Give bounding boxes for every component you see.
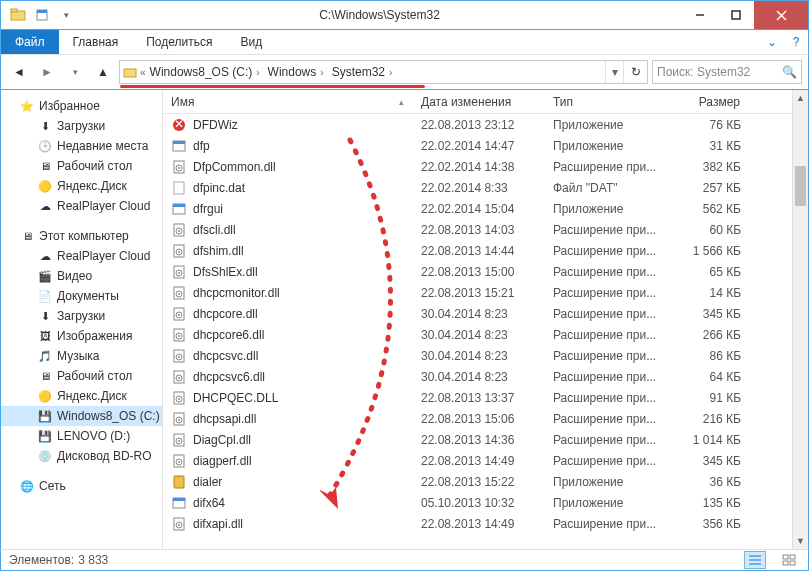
- nav-pc-item[interactable]: 💾LENOVO (D:): [1, 426, 162, 446]
- scroll-thumb[interactable]: [795, 166, 806, 206]
- scroll-track[interactable]: [793, 106, 808, 533]
- address-bar[interactable]: « Windows8_OS (C:)› Windows› System32› ▾…: [119, 60, 648, 84]
- file-row[interactable]: dfp22.02.2014 14:47Приложение31 КБ: [163, 135, 808, 156]
- content-area: ⭐Избранное ⬇Загрузки🕒Недавние места🖥Рабо…: [0, 90, 809, 549]
- file-icon: [171, 243, 187, 259]
- file-size: 91 КБ: [669, 391, 749, 405]
- nav-pc-item[interactable]: 🖥Рабочий стол: [1, 366, 162, 386]
- file-row[interactable]: dialer22.08.2013 15:22Приложение36 КБ: [163, 471, 808, 492]
- svg-rect-18: [173, 204, 185, 207]
- up-button[interactable]: ▲: [91, 60, 115, 84]
- nav-item-icon: 🎬: [37, 268, 53, 284]
- file-icon: [171, 285, 187, 301]
- file-row[interactable]: DfsShlEx.dll22.08.2013 15:00Расширение п…: [163, 261, 808, 282]
- file-name: dfshim.dll: [193, 244, 244, 258]
- vertical-scrollbar[interactable]: ▲ ▼: [792, 90, 808, 549]
- nav-favorite-item[interactable]: 🖥Рабочий стол: [1, 156, 162, 176]
- col-name[interactable]: Имя▴: [163, 95, 413, 109]
- minimize-button[interactable]: [682, 1, 718, 29]
- search-input[interactable]: Поиск: System32 🔍: [652, 60, 802, 84]
- back-button[interactable]: ◄: [7, 60, 31, 84]
- file-icon: [171, 327, 187, 343]
- nav-favorite-item[interactable]: 🕒Недавние места: [1, 136, 162, 156]
- nav-favorite-item[interactable]: ☁RealPlayer Cloud: [1, 196, 162, 216]
- file-row[interactable]: diagperf.dll22.08.2013 14:49Расширение п…: [163, 450, 808, 471]
- nav-pc-item[interactable]: ⬇Загрузки: [1, 306, 162, 326]
- file-row[interactable]: dhcpcsvc6.dll30.04.2014 8:23Расширение п…: [163, 366, 808, 387]
- refresh-button[interactable]: ↻: [623, 61, 647, 83]
- ribbon-expand-icon[interactable]: ⌄: [760, 30, 784, 54]
- file-row[interactable]: ✕DFDWiz22.08.2013 23:12Приложение76 КБ: [163, 114, 808, 135]
- breadcrumb-seg-0[interactable]: Windows8_OS (C:)›: [146, 65, 264, 79]
- nav-pc-item[interactable]: ☁RealPlayer Cloud: [1, 246, 162, 266]
- nav-pc-item[interactable]: 🎬Видео: [1, 266, 162, 286]
- file-row[interactable]: dfpinc.dat22.02.2014 8:33Файл "DAT"257 К…: [163, 177, 808, 198]
- view-large-icons-button[interactable]: [778, 551, 800, 569]
- nav-favorite-item[interactable]: 🟡Яндекс.Диск: [1, 176, 162, 196]
- nav-pc-item[interactable]: 🎵Музыка: [1, 346, 162, 366]
- maximize-button[interactable]: [718, 1, 754, 29]
- qat-dropdown-icon[interactable]: ▾: [55, 4, 77, 26]
- file-row[interactable]: difx6405.10.2013 10:32Приложение135 КБ: [163, 492, 808, 513]
- file-size: 14 КБ: [669, 286, 749, 300]
- col-size[interactable]: Размер: [669, 95, 749, 109]
- breadcrumb-seg-2[interactable]: System32›: [328, 65, 397, 79]
- file-type: Расширение при...: [545, 391, 669, 405]
- nav-this-pc[interactable]: 🖥Этот компьютер: [1, 226, 162, 246]
- scroll-down-icon[interactable]: ▼: [793, 533, 808, 549]
- col-type[interactable]: Тип: [545, 95, 669, 109]
- forward-button[interactable]: ►: [35, 60, 59, 84]
- help-icon[interactable]: ?: [784, 30, 808, 54]
- view-details-button[interactable]: [744, 551, 766, 569]
- file-date: 22.08.2013 15:22: [413, 475, 545, 489]
- file-row[interactable]: DHCPQEC.DLL22.08.2013 13:37Расширение пр…: [163, 387, 808, 408]
- file-size: 76 КБ: [669, 118, 749, 132]
- file-name: DFDWiz: [193, 118, 238, 132]
- tab-file[interactable]: Файл: [1, 30, 59, 54]
- nav-pc-item[interactable]: 🟡Яндекс.Диск: [1, 386, 162, 406]
- file-row[interactable]: dfrgui22.02.2014 15:04Приложение562 КБ: [163, 198, 808, 219]
- file-row[interactable]: dhcpcore.dll30.04.2014 8:23Расширение пр…: [163, 303, 808, 324]
- status-count: 3 833: [78, 553, 108, 567]
- file-row[interactable]: dfscli.dll22.08.2013 14:03Расширение при…: [163, 219, 808, 240]
- nav-pc-item[interactable]: 🖼Изображения: [1, 326, 162, 346]
- svg-rect-12: [173, 141, 185, 144]
- file-row[interactable]: dfshim.dll22.08.2013 14:44Расширение при…: [163, 240, 808, 261]
- status-count-label: Элементов:: [9, 553, 74, 567]
- file-icon: [171, 432, 187, 448]
- file-row[interactable]: dhcpcore6.dll30.04.2014 8:23Расширение п…: [163, 324, 808, 345]
- close-button[interactable]: [754, 1, 808, 29]
- file-date: 22.08.2013 23:12: [413, 118, 545, 132]
- nav-favorite-item[interactable]: ⬇Загрузки: [1, 116, 162, 136]
- file-row[interactable]: difxapi.dll22.08.2013 14:49Расширение пр…: [163, 513, 808, 534]
- file-row[interactable]: dhcpsapi.dll22.08.2013 15:06Расширение п…: [163, 408, 808, 429]
- scroll-up-icon[interactable]: ▲: [793, 90, 808, 106]
- svg-point-27: [178, 272, 180, 274]
- recent-locations-button[interactable]: ▾: [63, 60, 87, 84]
- tab-home[interactable]: Главная: [59, 30, 133, 54]
- svg-point-39: [178, 356, 180, 358]
- breadcrumb-seg-1[interactable]: Windows›: [264, 65, 328, 79]
- nav-pc-item[interactable]: 💿Дисковод BD-RO: [1, 446, 162, 466]
- nav-network[interactable]: 🌐Сеть: [1, 476, 162, 496]
- computer-icon: 🖥: [19, 228, 35, 244]
- tab-share[interactable]: Поделиться: [132, 30, 226, 54]
- nav-favorites[interactable]: ⭐Избранное: [1, 96, 162, 116]
- nav-pc-item[interactable]: 💾Windows8_OS (C:): [1, 406, 162, 426]
- file-date: 22.02.2014 8:33: [413, 181, 545, 195]
- file-row[interactable]: DfpCommon.dll22.02.2014 14:38Расширение …: [163, 156, 808, 177]
- file-row[interactable]: dhcpcmonitor.dll22.08.2013 15:21Расширен…: [163, 282, 808, 303]
- nav-pc-item[interactable]: 📄Документы: [1, 286, 162, 306]
- file-date: 30.04.2014 8:23: [413, 349, 545, 363]
- file-row[interactable]: dhcpcsvc.dll30.04.2014 8:23Расширение пр…: [163, 345, 808, 366]
- file-row[interactable]: DiagCpl.dll22.08.2013 14:36Расширение пр…: [163, 429, 808, 450]
- address-dropdown-icon[interactable]: ▾: [605, 61, 623, 83]
- qat-properties-icon[interactable]: [31, 4, 53, 26]
- tab-view[interactable]: Вид: [226, 30, 276, 54]
- file-name: dhcpcsvc.dll: [193, 349, 258, 363]
- nav-item-icon: ⬇: [37, 308, 53, 324]
- file-name: DfsShlEx.dll: [193, 265, 258, 279]
- col-date[interactable]: Дата изменения: [413, 95, 545, 109]
- file-name: dfpinc.dat: [193, 181, 245, 195]
- file-name: DiagCpl.dll: [193, 433, 251, 447]
